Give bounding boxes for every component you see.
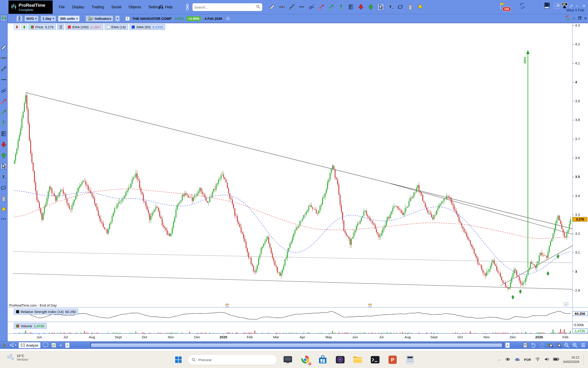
timeframe-select[interactable]: 1 day▾ — [40, 15, 56, 22]
workspace-settings-icon[interactable] — [553, 2, 561, 9]
close-chart-icon[interactable]: × — [584, 16, 587, 21]
zoom-reset-icon[interactable] — [547, 342, 553, 349]
chart-scrollbar[interactable] — [90, 343, 504, 348]
link-windows-icon[interactable] — [184, 3, 191, 11]
wifi-icon[interactable] — [535, 357, 540, 362]
rail-tool-segment-points-icon[interactable] — [0, 55, 7, 61]
tray-chevron-icon[interactable]: ︿ — [498, 358, 501, 362]
tray-eye-icon[interactable] — [505, 357, 510, 363]
taskbar-app-powerpoint-icon[interactable]: P — [387, 354, 398, 365]
taskbar-app-store-icon[interactable] — [317, 354, 328, 365]
menu-objects[interactable]: Objects — [125, 0, 145, 14]
redo-icon[interactable] — [538, 342, 545, 349]
rail-tool-text-tool-icon[interactable]: T — [0, 174, 7, 180]
rail-tool-trash-icon[interactable] — [0, 195, 7, 202]
undo-icon[interactable] — [530, 342, 537, 349]
main-chart-canvas[interactable] — [0, 0, 588, 351]
tool-trash-icon[interactable] — [407, 3, 414, 10]
taskbar-search[interactable]: Procurar — [188, 354, 277, 365]
print-icon[interactable] — [522, 342, 529, 349]
rail-tool-ruler-icon[interactable] — [0, 44, 7, 50]
volume-legend[interactable]: Volume1,472k — [14, 323, 47, 329]
taskbar-app-calculator-icon[interactable] — [404, 354, 416, 365]
legend-list-icon[interactable] — [57, 24, 64, 30]
draw-mode-icon[interactable] — [1, 342, 8, 349]
legend-ema14[interactable]: EMA (14) — [105, 24, 128, 30]
minimize-chart-icon[interactable]: – — [573, 16, 575, 21]
tool-vertical-arrow-icon[interactable] — [338, 3, 345, 10]
rail-tool-big-arrow-up-icon[interactable] — [0, 152, 7, 159]
taskbar-app-chrome-icon[interactable]: R — [300, 354, 311, 365]
search-icon[interactable] — [256, 4, 260, 10]
tool-big-arrow-down-icon[interactable] — [358, 3, 364, 10]
mini-chart-icon[interactable] — [50, 342, 57, 349]
tray-onedrive-icon[interactable] — [514, 357, 520, 362]
chat-icon[interactable] — [42, 342, 49, 349]
rail-tool-big-arrow-down-icon[interactable] — [0, 141, 7, 148]
tool-channel-icon[interactable] — [308, 3, 315, 10]
legend-ema200[interactable]: EMA (200)3.1847 — [66, 24, 103, 30]
analyze-button[interactable]: Analyze — [18, 342, 41, 349]
rsi-legend[interactable]: Relative Strength Index (14)60.250 — [14, 309, 78, 315]
symbol-select[interactable]: NVG▾ — [24, 15, 39, 22]
start-button[interactable] — [173, 354, 184, 365]
notifications-flag-icon[interactable]: 100 — [499, 2, 511, 12]
tool-fibonacci-levels-icon[interactable]: F — [348, 3, 354, 10]
rail-tool-horizontal-line-icon[interactable] — [0, 76, 7, 83]
restore-chart-icon[interactable] — [578, 16, 582, 21]
menu-help[interactable]: Help — [159, 0, 173, 14]
menu-display[interactable]: Display — [69, 0, 88, 14]
buy-order-icon[interactable] — [21, 24, 27, 30]
units-select[interactable]: 300 units▾ — [58, 15, 80, 22]
show-desktop-icon[interactable] — [583, 354, 585, 366]
sell-order-icon[interactable] — [14, 24, 20, 30]
tool-trend-arrow-red-icon[interactable] — [318, 3, 325, 10]
rail-tool-vertical-arrow-icon[interactable] — [0, 120, 7, 126]
tool-big-arrow-up-icon[interactable] — [367, 3, 374, 10]
tool-segment-points-icon[interactable] — [278, 3, 285, 10]
weather-widget[interactable]: 16°C Ventoso — [6, 353, 28, 361]
zoom-out-icon[interactable] — [563, 342, 570, 349]
rail-tool-alert-bell-icon[interactable] — [0, 206, 7, 213]
rail-tool-segment-icon[interactable] — [0, 65, 7, 72]
chart-type-candlestick-icon[interactable] — [0, 15, 7, 21]
taskbar-app-taskview-icon[interactable] — [282, 354, 293, 365]
legend-price[interactable]: Price3.276 — [28, 24, 56, 30]
tool-trend-arrow-green-icon[interactable] — [328, 3, 335, 10]
rail-tool-trend-arrow-green-icon[interactable] — [0, 109, 7, 115]
menu-social[interactable]: Social — [108, 0, 125, 14]
tool-ellipse-icon[interactable] — [397, 3, 404, 10]
rail-tool-trend-arrow-red-icon[interactable] — [0, 98, 7, 104]
language-indicator[interactable]: POR — [524, 358, 531, 362]
battery-icon[interactable] — [553, 358, 559, 362]
tool-horizontal-line-icon[interactable] — [298, 3, 305, 10]
taskbar-app-camera-icon[interactable] — [335, 354, 346, 365]
legend-sma50[interactable]: SMA (50)3.1416 — [129, 24, 165, 30]
taskbar-clock[interactable]: 18:12 04/02/2026 — [563, 355, 579, 364]
menu-file[interactable]: File — [55, 0, 69, 14]
tool-cursor-icon[interactable] — [377, 3, 384, 10]
tool-alert-bell-icon[interactable] — [417, 3, 424, 10]
refresh-data-icon[interactable] — [565, 15, 570, 22]
tool-ruler-icon[interactable] — [269, 3, 275, 10]
instrument-info-icon[interactable]: i — [125, 17, 130, 21]
zoom-in-icon[interactable] — [571, 342, 578, 349]
collapse-panel-icon[interactable]: « — [60, 343, 61, 348]
more-tools-icon[interactable]: ••• — [1, 217, 6, 221]
rail-tool-ellipse-icon[interactable] — [0, 184, 7, 191]
menu-trading[interactable]: Trading — [88, 0, 108, 14]
sync-icon[interactable] — [518, 2, 526, 9]
tool-segment-icon[interactable] — [288, 3, 295, 10]
link-chart-icon[interactable] — [16, 15, 23, 22]
server-status-icon[interactable] — [544, 2, 551, 9]
rail-tool-fibonacci-levels-icon[interactable]: F — [0, 130, 7, 137]
scroll-right-button[interactable]: › — [505, 342, 510, 348]
search-input[interactable] — [194, 5, 256, 9]
zoom-selection-icon[interactable] — [555, 342, 562, 349]
share-icon[interactable]: ▼ — [10, 342, 17, 349]
speaker-icon[interactable] — [544, 357, 549, 362]
taskbar-app-explorer-icon[interactable] — [352, 354, 363, 365]
rail-tool-channel-icon[interactable] — [0, 87, 7, 94]
rail-tool-cursor-icon[interactable] — [0, 163, 7, 169]
scroll-left-button[interactable]: ‹ — [65, 342, 70, 348]
